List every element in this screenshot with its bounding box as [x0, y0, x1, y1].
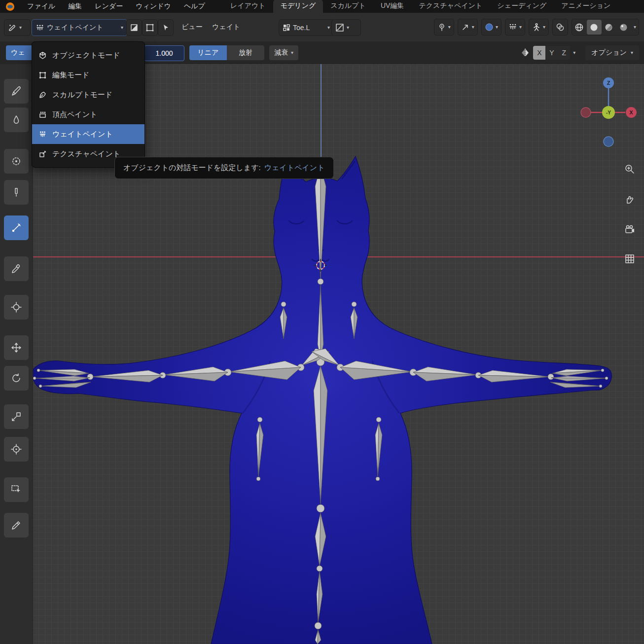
tab-texture-paint[interactable]: テクスチャペイント [411, 0, 490, 13]
tool-cursor[interactable] [4, 295, 29, 320]
tab-modeling[interactable]: モデリング [273, 0, 323, 13]
wireframe-sphere-icon [574, 23, 584, 32]
tool-smear[interactable] [4, 180, 29, 205]
scale-icon [10, 411, 22, 423]
navigation-gizmo[interactable]: Z X -Y [580, 77, 639, 148]
pan-button[interactable] [622, 192, 637, 207]
options-button[interactable]: オプション ▾ [585, 45, 639, 60]
tooltip-text: オブジェクトの対話モードを設定します: [123, 163, 261, 173]
brush-falloff-button[interactable]: ▾ [331, 19, 361, 36]
snap-button[interactable]: ▾ [458, 19, 478, 36]
tool-annotate[interactable] [4, 513, 29, 537]
vertex-group-icon [283, 24, 290, 32]
tool-select-box[interactable] [4, 477, 29, 502]
shading-wireframe-button[interactable] [572, 20, 587, 35]
armpit-crease-left [243, 361, 270, 413]
tool-gradient[interactable] [4, 215, 29, 240]
tab-shading[interactable]: シェーディング [490, 0, 554, 13]
shading-rendered-button[interactable] [616, 20, 631, 35]
tab-sculpt[interactable]: スカルプト [323, 0, 373, 13]
proportional-falloff-button[interactable]: ▾ [481, 19, 501, 36]
overlays-button[interactable] [552, 19, 568, 36]
mirror-y-label: Y [549, 49, 554, 57]
chevron-down-icon: ▾ [19, 25, 22, 30]
gradient-linear-button[interactable]: リニア [189, 45, 227, 60]
editor-type-button[interactable]: ▾ [4, 19, 31, 36]
tool-sample-weight[interactable] [4, 256, 29, 281]
shading-material-button[interactable] [602, 20, 616, 35]
chevron-down-icon: ▾ [631, 50, 633, 55]
gradient-radial-button[interactable]: 放射 [227, 45, 264, 60]
tool-move[interactable] [4, 335, 29, 360]
bone-select-toggle[interactable] [158, 19, 174, 36]
tab-layout[interactable]: レイアウト [223, 0, 273, 13]
active-group-field[interactable]: Toe.L ▾ [279, 19, 334, 36]
mirror-x-button[interactable]: X [533, 46, 545, 60]
shading-solid-button[interactable] [587, 20, 602, 35]
tool-average[interactable] [4, 149, 29, 174]
blue-sphere-icon [485, 23, 494, 32]
box-select-icon [10, 484, 22, 496]
gizmo-neg-x-ball[interactable] [581, 107, 591, 117]
mirror-zone: X Y Z ▾ オプション ▾ [520, 45, 639, 60]
menu-item-weight-paint[interactable]: ウェイトペイント [32, 124, 144, 144]
menu-item-label: 編集モード [52, 71, 90, 80]
perspective-toggle-button[interactable] [622, 251, 637, 266]
menu-render[interactable]: レンダー [95, 2, 123, 11]
vertex-mask-icon [145, 23, 154, 32]
tool-blur[interactable] [4, 107, 29, 132]
eye-left [289, 221, 304, 224]
annotate-pencil-icon [10, 519, 22, 531]
mirror-z-button[interactable]: Z [558, 46, 570, 60]
face-mask-toggle[interactable] [126, 19, 142, 36]
menu-item-label: 頂点ペイント [52, 110, 97, 119]
menu-item-edit-mode[interactable]: 編集モード [32, 65, 144, 85]
view-menu[interactable]: ビュー [177, 13, 208, 41]
smear-icon [10, 186, 22, 198]
vertex-paint-icon [38, 110, 47, 119]
edit-mode-icon [38, 71, 47, 79]
mirror-axis-toggle: X Y Z [533, 46, 570, 60]
tool-draw[interactable] [4, 79, 29, 104]
falloff-dropdown[interactable]: 減衰 ▾ [269, 45, 298, 60]
blender-logo-icon[interactable] [6, 2, 14, 11]
texture-paint-icon [38, 150, 47, 158]
mode-tooltip: オブジェクトの対話モードを設定します: ウェイトペイント [114, 157, 334, 179]
chevron-down-icon: ▾ [519, 25, 522, 30]
tab-animation[interactable]: アニメーション [554, 0, 618, 13]
tool-rotate[interactable] [4, 366, 29, 391]
zoom-button[interactable] [622, 162, 637, 177]
pose-xray-button[interactable]: ▾ [529, 19, 549, 36]
weight-overlay-button[interactable]: ▾ [505, 19, 525, 36]
menu-item-vertex-paint[interactable]: 頂点ペイント [32, 105, 144, 124]
tab-uv[interactable]: UV編集 [373, 0, 411, 13]
active-group-label: Toe.L [293, 24, 310, 32]
cursor-tool-icon [10, 301, 22, 313]
material-sphere-icon [604, 23, 613, 32]
chevron-down-icon[interactable]: ▾ [631, 25, 639, 30]
menu-file[interactable]: ファイル [27, 2, 55, 11]
menu-item-object-mode[interactable]: オブジェクトモード [32, 45, 144, 65]
camera-icon [624, 223, 636, 235]
gizmo-x-label: X [629, 109, 633, 115]
mirror-y-button[interactable]: Y [545, 46, 558, 60]
tool-transform[interactable] [4, 437, 29, 462]
vertex-mask-toggle[interactable] [142, 19, 158, 36]
overlays-icon [556, 23, 565, 32]
gizmo-neg-z-ball[interactable] [604, 137, 613, 146]
chevron-down-icon[interactable]: ▾ [573, 50, 575, 55]
hand-icon [624, 194, 636, 206]
gradient-icon [10, 222, 22, 234]
menu-edit[interactable]: 編集 [68, 2, 82, 11]
header-right-cluster: ▾ ▾ ▾ ▾ ▾ [434, 19, 639, 35]
menu-help[interactable]: ヘルプ [184, 2, 205, 11]
menu-window[interactable]: ウィンドウ [136, 2, 171, 11]
menu-item-sculpt-mode[interactable]: スカルプトモード [32, 85, 144, 105]
gradient-linear-label: リニア [198, 48, 219, 57]
weight-menu[interactable]: ウェイト [207, 13, 245, 41]
tool-scale[interactable] [4, 404, 29, 429]
camera-view-button[interactable] [622, 222, 637, 237]
pivot-point-button[interactable]: ▾ [434, 19, 454, 36]
strength-field[interactable]: 1.000 [144, 45, 184, 61]
mode-selector-button[interactable]: ウェイトペイント ▾ [32, 19, 127, 36]
